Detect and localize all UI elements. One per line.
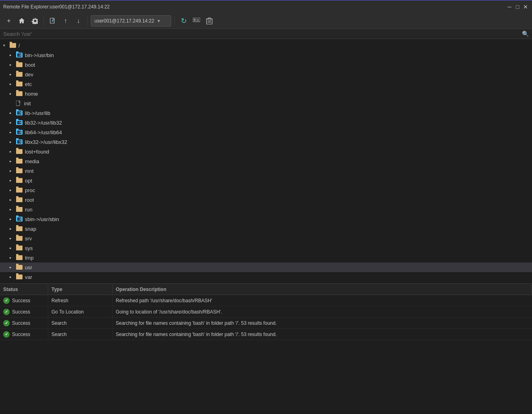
status-row[interactable]: Success Go To Location Going to location… [0,306,532,318]
tree-arrow: ▸ [10,188,16,192]
folder-icon [10,43,17,48]
tree-item[interactable]: ▸media [0,156,532,166]
tree-item[interactable]: ▸srv [0,234,532,243]
home-button[interactable] [16,15,27,27]
item-label: tmp [25,255,34,261]
folder-link-icon [16,129,23,135]
tree-item[interactable]: ▸tmp [0,253,532,262]
type-label: Search [51,332,67,337]
item-label: etc [25,81,32,87]
desc-label: Refreshed path '/usr/share/doc/bash/RBAS… [116,298,212,303]
download-button[interactable]: ↓ [73,15,84,27]
toolbar-separator-2 [87,16,88,26]
item-label: usr [25,264,32,271]
upload-button[interactable]: ↑ [60,15,71,27]
item-label: sys [25,245,33,251]
item-label: media [25,158,39,164]
tree-item[interactable]: init [0,98,532,108]
type-col-header: Type [48,285,113,294]
folder-link-icon [16,110,23,116]
tree-arrow: ▸ [10,82,16,86]
folder-icon [16,178,23,183]
tree-item[interactable]: ▸var [0,272,532,282]
status-label: Success [12,309,30,315]
tree-arrow: ▸ [10,169,16,173]
connection-dropdown[interactable]: user001@172.17.249.14:22 ▾ [91,15,171,27]
tree-arrow: ▸ [10,159,16,163]
refresh-button[interactable]: ↻ [178,15,189,27]
status-row[interactable]: Success Refresh Refreshed path '/usr/sha… [0,295,532,306]
add-button[interactable]: + [3,15,14,27]
desc-label: Going to location of '/usr/share/doc/bas… [116,309,222,315]
success-icon [3,309,10,315]
tree-arrow: ▸ [10,63,16,67]
tree-item[interactable]: ▸dev [0,70,532,79]
folder-icon [16,245,23,251]
desc-cell: Searching for file names containing 'bas… [113,329,532,340]
tree-item[interactable]: ▸run [0,205,532,214]
status-row[interactable]: Success Search Searching for file names … [0,329,532,340]
tree-item[interactable]: ▸home [0,89,532,98]
tree-item[interactable]: ▸lost+found [0,147,532,156]
item-label: / [18,43,20,49]
status-label: Success [12,320,30,326]
tree-item[interactable]: ▸ sbin->/usr/sbin [0,214,532,224]
tree-item[interactable]: ▸ lib->/usr/lib [0,108,532,118]
status-label: Success [12,332,30,337]
tree-item[interactable]: ▸ libx32->/usr/libx32 [0,137,532,147]
item-label: boot [25,62,35,68]
status-row[interactable]: Success Search Searching for file names … [0,318,532,329]
desc-col-header: Operation Description [113,285,532,294]
file-icon [16,100,23,106]
item-label: lib64->/usr/lib64 [25,129,62,135]
tree-item[interactable]: ▸snap [0,224,532,234]
tree-arrow: ▸ [10,92,16,96]
folder-icon [16,72,23,77]
maximize-button[interactable]: □ [514,4,521,10]
type-label: Refresh [51,298,68,303]
type-cell: Refresh [48,295,113,306]
connection-label: user001@172.17.249.14:22 [94,18,154,24]
toolbar: + ↑ ↓ user001@172.17.249.14:22 ▾ ↻ [0,13,532,29]
status-body[interactable]: Success Refresh Refreshed path '/usr/sha… [0,295,532,368]
tree-item[interactable]: ▾/ [0,41,532,50]
tree-item[interactable]: ▸opt [0,176,532,185]
tree-item[interactable]: ▸etc [0,79,532,89]
tree-item[interactable]: ▸ lib64->/usr/lib64 [0,127,532,137]
tree-item[interactable]: ▸boot [0,60,532,70]
settings-button[interactable] [29,15,40,27]
folder-icon [16,91,23,96]
tree-arrow: ▸ [10,198,16,202]
folder-icon [16,81,23,87]
tree-arrow: ▸ [10,121,16,125]
tree-arrow: ▸ [10,111,16,115]
toolbar-separator-1 [43,16,44,26]
edit-button[interactable] [191,15,202,27]
item-label: srv [25,236,32,242]
status-panel: Status Type Operation Description Succes… [0,283,532,368]
tree-item[interactable]: ▸mnt [0,166,532,176]
tree-item[interactable]: ▸proc [0,185,532,195]
status-cell: Success [0,306,48,317]
success-icon [3,320,10,326]
minimize-button[interactable]: ─ [506,4,513,10]
tree-item[interactable]: ▸root [0,195,532,205]
item-label: root [25,197,34,203]
close-button[interactable]: ✕ [522,4,529,10]
new-file-button[interactable] [47,15,58,27]
tree-arrow: ▸ [10,150,16,154]
svg-rect-7 [208,18,211,19]
search-input[interactable] [3,31,522,37]
tree-arrow: ▸ [10,275,16,279]
window-controls[interactable]: ─ □ ✕ [506,4,529,10]
status-col-header: Status [0,285,48,294]
delete-button[interactable] [204,15,215,27]
tree-item[interactable]: ▸usr [0,262,532,272]
folder-icon [16,62,23,68]
file-tree[interactable]: ▾/▸ bin->/usr/bin▸boot▸dev▸etc▸home init… [0,39,532,283]
desc-cell: Refreshed path '/usr/share/doc/bash/RBAS… [113,295,532,306]
tree-item[interactable]: ▸ lib32->/usr/lib32 [0,118,532,127]
desc-cell: Searching for file names containing 'bas… [113,318,532,328]
tree-item[interactable]: ▸sys [0,243,532,253]
tree-item[interactable]: ▸ bin->/usr/bin [0,50,532,60]
